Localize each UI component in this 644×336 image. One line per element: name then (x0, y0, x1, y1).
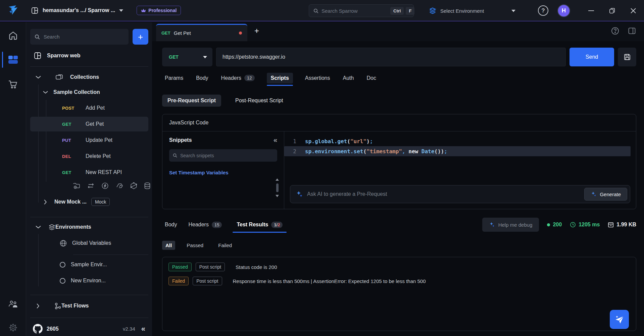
rest-api-icon[interactable] (87, 183, 94, 188)
test-result-row: Failed Post script Response time is less… (168, 277, 630, 285)
socketio-icon[interactable] (102, 182, 108, 189)
tab-doc[interactable]: Doc (366, 73, 377, 83)
tab-scripts[interactable]: Scripts (267, 73, 293, 83)
request-bar: GET Send (162, 48, 636, 66)
sidebar-footer: 2605 v2.34 « (26, 322, 152, 336)
community-nav-button[interactable] (0, 295, 26, 314)
help-me-debug-button[interactable]: Help me debug (482, 218, 539, 232)
mock-collection-item[interactable]: New Mock ... Mock (44, 196, 110, 208)
request-item[interactable]: DEL Delete Pet (30, 149, 148, 164)
response-tab-headers[interactable]: Headers15 (188, 219, 222, 230)
keycap-f: F (406, 7, 414, 15)
result-message: Status code is 200 (236, 264, 277, 270)
close-button[interactable] (625, 0, 641, 21)
filter-failed[interactable]: Failed (215, 241, 235, 250)
github-star-count: 2605 (47, 326, 59, 332)
environment-icon (60, 278, 65, 284)
mock-server-icon[interactable] (144, 182, 150, 189)
sidebar-search-input[interactable] (44, 34, 125, 40)
home-nav-button[interactable] (0, 26, 26, 45)
sparrow-logo-icon (7, 5, 21, 16)
url-input[interactable] (216, 48, 566, 66)
add-folder-icon[interactable] (73, 183, 80, 189)
global-variables-item[interactable]: Global Variables (60, 237, 111, 249)
snippets-scrollbar[interactable] (275, 178, 279, 205)
test-flows-section-header[interactable]: Test Flows (36, 300, 89, 312)
settings-nav-button[interactable] (0, 318, 26, 336)
collection-item[interactable]: Sample Collection (43, 87, 100, 98)
response-tab-test-results[interactable]: Test Results1/2 (233, 219, 287, 230)
global-search[interactable]: Ctrl F (309, 4, 414, 17)
tab-body[interactable]: Body (195, 73, 209, 83)
left-rail (0, 22, 26, 336)
scroll-up-icon[interactable] (276, 178, 279, 181)
status-badge: Passed (168, 263, 192, 271)
environment-selector[interactable]: Select Environment (429, 0, 515, 21)
marketplace-nav-button[interactable] (0, 75, 26, 94)
snippet-set-timestamp[interactable]: Set Timestamp Variables (169, 170, 277, 175)
workspace-header[interactable]: Sparrow web (34, 52, 81, 60)
global-search-input[interactable] (321, 8, 388, 14)
scroll-thumb[interactable] (276, 183, 279, 192)
test-flows-label: Test Flows (61, 303, 89, 309)
ai-prompt-bar[interactable]: Ask AI to generate a Pre-Request Generat… (290, 185, 630, 203)
response-tab-body[interactable]: Body (164, 219, 178, 230)
collapse-snippets-button[interactable]: « (274, 136, 277, 144)
graphql-icon[interactable] (131, 182, 137, 189)
tab-get-pet[interactable]: GET Get Pet (156, 24, 247, 41)
test-result-row: Passed Post script Status code is 200 (168, 263, 630, 271)
request-item[interactable]: PUT Update Pet (30, 133, 148, 148)
ai-assistant-fab[interactable] (610, 310, 629, 329)
collapse-sidebar-button[interactable]: « (141, 325, 145, 333)
tab-label: Headers (188, 222, 208, 228)
code-editor[interactable]: 1sp.global.get("url"); 2sp.environment.s… (284, 131, 636, 182)
snippets-search[interactable] (169, 149, 277, 162)
new-tab-button[interactable]: + (254, 26, 259, 36)
tab-assertions[interactable]: Assertions (304, 73, 331, 83)
help-circle-icon[interactable] (611, 27, 619, 35)
tab-post-request-script[interactable]: Post-Request Script (230, 95, 288, 107)
request-item[interactable]: POST Add Pet (30, 101, 148, 115)
code-token: ( (347, 138, 350, 145)
code-token: ; (444, 148, 447, 155)
code-token: ()) (434, 148, 444, 155)
environments-section-header[interactable]: Environments (36, 221, 91, 233)
environment-item[interactable]: Sample Envir... (60, 259, 107, 270)
snippets-title: Snippets (169, 137, 192, 143)
scroll-down-icon[interactable] (276, 195, 279, 197)
tab-pre-request-script[interactable]: Pre-Request Script (162, 95, 221, 107)
send-button[interactable]: Send (569, 48, 614, 66)
add-new-button[interactable]: + (133, 29, 148, 45)
layout-panels-icon[interactable] (628, 27, 636, 35)
websocket-icon[interactable] (116, 183, 123, 189)
tab-auth[interactable]: Auth (342, 73, 355, 83)
avatar[interactable]: H (557, 4, 570, 17)
workspace-selector[interactable]: hemasundar's .../ Sparrow ... (31, 7, 123, 14)
github-icon[interactable] (33, 324, 43, 334)
save-icon (623, 53, 631, 61)
sidebar-search[interactable] (30, 29, 129, 45)
minimize-button[interactable] (583, 0, 599, 21)
environment-item[interactable]: New Environ... (60, 275, 106, 286)
tab-headers[interactable]: Headers12 (220, 72, 255, 83)
request-item[interactable]: GET New REST API (30, 165, 148, 180)
collections-label: Collections (70, 74, 99, 80)
collections-section-header[interactable]: Collections (36, 71, 99, 83)
save-request-button[interactable] (618, 48, 636, 66)
restore-button[interactable] (604, 0, 620, 21)
response-time-value: 1205 ms (579, 222, 600, 228)
divider (30, 66, 148, 67)
divider (73, 255, 148, 255)
size-box-icon (608, 222, 614, 228)
help-button[interactable]: ? (538, 5, 548, 16)
filter-passed[interactable]: Passed (183, 241, 207, 250)
code-token: sp.global.get (305, 138, 347, 145)
method-dropdown[interactable]: GET (162, 48, 212, 66)
snippets-search-input[interactable] (180, 153, 274, 158)
filter-all[interactable]: All (162, 241, 175, 250)
test-flows-icon (54, 302, 61, 310)
generate-button[interactable]: Generate (584, 188, 627, 201)
request-item-selected[interactable]: GET Get Pet (30, 117, 148, 131)
workspace-nav-button[interactable] (0, 50, 26, 69)
tab-params[interactable]: Params (164, 73, 184, 83)
